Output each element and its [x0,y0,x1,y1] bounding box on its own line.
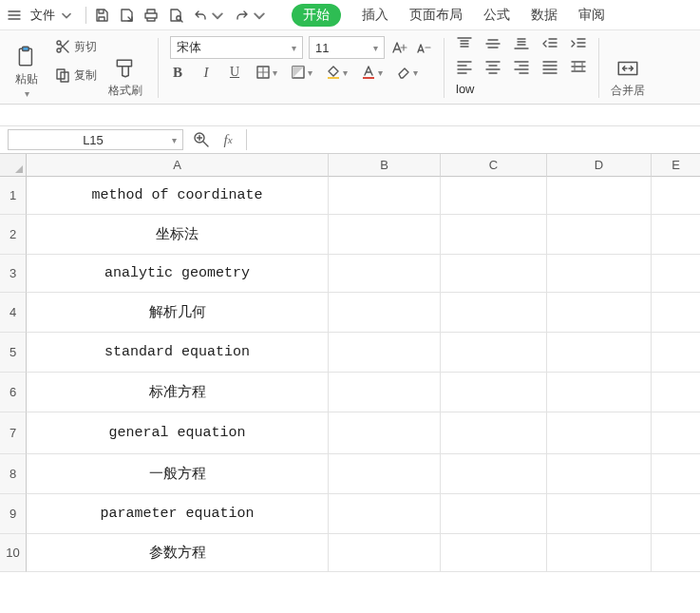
cell-E10[interactable] [652,534,700,572]
clear-format-button[interactable]: ▾ [396,65,418,80]
bold-icon[interactable]: B [170,65,185,80]
fx-icon[interactable]: fx [219,131,236,148]
save-icon[interactable] [94,8,109,23]
copy-button[interactable]: 复制 [55,65,97,86]
align-middle-icon[interactable] [484,36,501,51]
cell-B2[interactable] [329,215,441,255]
cell-C2[interactable] [441,215,547,255]
cell-C5[interactable] [441,333,547,373]
column-header-E[interactable]: E [652,154,700,177]
save-as-icon[interactable] [119,8,134,23]
cell-E8[interactable] [652,454,700,494]
cell-C10[interactable] [441,534,547,572]
tab-4[interactable]: 数据 [531,7,558,24]
row-header-2[interactable]: 2 [0,215,27,255]
cell-B5[interactable] [329,333,441,373]
cell-B3[interactable] [329,255,441,293]
cell-E2[interactable] [652,215,700,255]
format-painter-button[interactable]: 格式刷 [104,36,146,99]
cell-C3[interactable] [441,255,547,293]
cell-D2[interactable] [547,215,652,255]
cell-E7[interactable] [652,412,700,454]
cell-A4[interactable]: 解析几何 [27,293,329,333]
font-name-select[interactable]: 宋体 ▾ [170,36,303,59]
cell-A3[interactable]: analytic geometry [27,255,329,293]
italic-icon[interactable]: I [199,65,214,80]
cut-button[interactable]: 剪切 [55,36,97,57]
row-header-4[interactable]: 4 [0,293,27,333]
column-header-B[interactable]: B [329,154,441,177]
cell-D5[interactable] [547,333,652,373]
decrease-font-icon[interactable] [415,39,432,56]
cell-B10[interactable] [329,534,441,572]
cell-D7[interactable] [547,412,652,454]
column-header-C[interactable]: C [441,154,547,177]
cell-E3[interactable] [652,255,700,293]
row-header-5[interactable]: 5 [0,333,27,373]
cell-C8[interactable] [441,454,547,494]
chevron-down-icon[interactable] [210,8,225,23]
merge-cells-button[interactable]: 合并居 [611,36,645,99]
tab-0[interactable]: 开始 [292,4,341,27]
cell-B6[interactable] [329,373,441,412]
distribute-icon[interactable] [570,59,587,74]
decrease-indent-icon[interactable] [541,36,558,51]
border-button[interactable]: ▾ [255,65,277,80]
font-color-button[interactable]: ▾ [361,65,383,80]
increase-indent-icon[interactable] [570,36,587,51]
font-size-select[interactable]: 11 ▾ [309,36,385,59]
name-box[interactable]: L15 ▾ [8,129,183,150]
cell-C1[interactable] [441,177,547,215]
cell-C6[interactable] [441,373,547,412]
cell-B1[interactable] [329,177,441,215]
cell-style-button[interactable]: ▾ [291,65,312,80]
underline-icon[interactable]: U [227,65,242,80]
cell-A6[interactable]: 标准方程 [27,373,329,412]
chevron-down-icon[interactable] [252,8,267,23]
cell-A5[interactable]: standard equation [27,333,329,373]
paste-button[interactable]: 粘贴 ▾ [6,36,47,99]
align-right-icon[interactable] [513,59,530,74]
row-header-8[interactable]: 8 [0,454,27,494]
cell-D4[interactable] [547,293,652,333]
zoom-search-icon[interactable] [193,131,210,148]
cell-A2[interactable]: 坐标法 [27,215,329,255]
cell-E5[interactable] [652,333,700,373]
tab-1[interactable]: 插入 [362,7,388,24]
cell-D8[interactable] [547,454,652,494]
tab-5[interactable]: 审阅 [578,7,605,24]
row-header-10[interactable]: 10 [0,534,27,572]
cell-B7[interactable] [329,412,441,454]
print-preview-icon[interactable] [168,8,183,23]
cell-A8[interactable]: 一般方程 [27,454,329,494]
row-header-3[interactable]: 3 [0,255,27,293]
cell-D6[interactable] [547,373,652,412]
increase-font-icon[interactable] [390,39,407,56]
column-header-D[interactable]: D [547,154,652,177]
align-left-icon[interactable] [456,59,473,74]
cell-C4[interactable] [441,293,547,333]
align-center-icon[interactable] [484,59,501,74]
select-all-corner[interactable] [0,154,27,177]
align-bottom-icon[interactable] [513,36,530,51]
app-menu-icon[interactable] [6,7,23,24]
file-menu[interactable]: 文件 [27,7,78,24]
cell-B4[interactable] [329,293,441,333]
row-header-6[interactable]: 6 [0,373,27,412]
formula-bar-input[interactable] [246,129,700,150]
cell-B9[interactable] [329,494,441,534]
cell-E9[interactable] [652,494,700,534]
tab-3[interactable]: 公式 [483,7,510,24]
align-top-icon[interactable] [456,36,473,51]
print-icon[interactable] [143,8,159,23]
cell-D9[interactable] [547,494,652,534]
cell-D3[interactable] [547,255,652,293]
justify-icon[interactable] [541,59,558,74]
fill-color-button[interactable]: ▾ [326,65,348,80]
cell-A10[interactable]: 参数方程 [27,534,329,572]
row-header-1[interactable]: 1 [0,177,27,215]
undo-icon[interactable] [193,8,208,23]
cell-D10[interactable] [547,534,652,572]
cell-A7[interactable]: general equation [27,412,329,454]
column-header-A[interactable]: A [27,154,329,177]
